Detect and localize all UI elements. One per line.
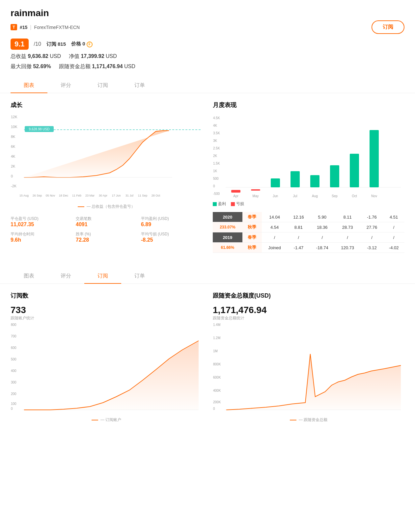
tag-badge: T <box>11 24 17 30</box>
svg-rect-37 <box>271 178 280 187</box>
svg-text:500: 500 <box>11 358 16 361</box>
svg-text:1.4M: 1.4M <box>213 323 220 327</box>
stat-closed-pnl: 平仓盈亏 (USD) 11,027.35 <box>11 216 72 227</box>
svg-text:200K: 200K <box>213 400 221 404</box>
svg-text:21 Jul: 21 Jul <box>275 412 283 413</box>
funds-section: 跟随资金总额度(USD) 1,171,476.94 跟随资金总额统计 1.4M … <box>213 292 404 423</box>
svg-rect-41 <box>350 154 359 187</box>
stat-win-rate: 胜率 (%) 72.28 <box>76 231 137 243</box>
stat-avg-hold-time: 平均持仓时间 9.6h <box>11 231 72 243</box>
tab-subscribe-1[interactable]: 订阅 <box>84 78 121 93</box>
svg-text:18 Dec: 18 Dec <box>59 194 69 197</box>
content-area-1: 成长 12K 10K 8K 6K 4K 2K 0 -2K 9,628.98 U <box>0 93 415 261</box>
subscriber-count-label: 跟随账户统计 <box>11 315 202 321</box>
growth-title: 成长 <box>11 101 202 109</box>
follow-funds-stat: 跟随资金总额 1,171,476.94 USD <box>59 63 135 70</box>
svg-text:300: 300 <box>11 381 16 384</box>
svg-text:18 May: 18 May <box>222 412 231 413</box>
svg-text:100: 100 <box>11 402 16 406</box>
growth-chart-container: 12K 10K 8K 6K 4K 2K 0 -2K 9,628.98 USD <box>11 114 202 209</box>
svg-text:May: May <box>253 194 259 198</box>
charts-row: 成长 12K 10K 8K 6K 4K 2K 0 -2K 9,628.98 U <box>11 101 404 253</box>
net-value-stat: 净值 17,399.92 USD <box>69 53 117 60</box>
account-info: T #15 | ForexTimeFXTM-ECN 订阅 <box>11 20 404 34</box>
svg-text:10 Nov: 10 Nov <box>370 412 378 413</box>
subscribe-charts-row: 订阅数 733 跟随账户统计 800 700 600 500 400 300 2… <box>11 292 404 423</box>
svg-text:400K: 400K <box>213 389 221 392</box>
svg-text:11 Sep: 11 Sep <box>138 194 148 197</box>
svg-text:0: 0 <box>11 174 13 178</box>
tab2-chart[interactable]: 图表 <box>11 269 47 283</box>
tab-chart-1[interactable]: 图表 <box>11 78 47 93</box>
svg-text:Apr: Apr <box>233 194 238 198</box>
svg-text:Oct: Oct <box>352 194 357 198</box>
svg-text:4K: 4K <box>213 124 217 127</box>
tab2-subscribe[interactable]: 订阅 <box>84 269 121 283</box>
content-area-2: 订阅数 733 跟随账户统计 800 700 600 500 400 300 2… <box>0 284 415 431</box>
svg-rect-36 <box>251 189 260 191</box>
svg-text:25 Oct: 25 Oct <box>351 412 359 413</box>
tab2-orders[interactable]: 订单 <box>121 269 158 283</box>
account-number: #15 <box>20 25 27 30</box>
svg-text:09 Oct: 09 Oct <box>139 412 147 413</box>
svg-text:23 Sep: 23 Sep <box>125 412 134 413</box>
subscribe-button[interactable]: 订阅 <box>372 20 404 34</box>
tab-orders-1[interactable]: 订单 <box>121 78 158 93</box>
svg-rect-35 <box>231 190 240 193</box>
svg-text:1M: 1M <box>213 349 218 353</box>
growth-chart-svg: 12K 10K 8K 6K 4K 2K 0 -2K 9,628.98 USD <box>11 114 202 200</box>
price-stat: 价格 0 ₣ <box>71 41 93 47</box>
score-badge: 9.1 <box>11 39 29 50</box>
svg-text:30 Apr: 30 Apr <box>99 194 107 197</box>
funds-title: 跟随资金总额度(USD) <box>213 292 404 300</box>
funds-count-label: 跟随资金总额统计 <box>213 315 404 321</box>
svg-rect-42 <box>370 130 379 187</box>
brand-name: rainmain <box>11 8 404 18</box>
svg-text:06 Aug: 06 Aug <box>288 412 296 413</box>
monthly-legend: 盈利 亏损 <box>213 201 404 207</box>
funds-count: 1,171,476.94 <box>213 305 404 315</box>
svg-text:6K: 6K <box>11 145 15 148</box>
coin-icon: ₣ <box>87 41 93 47</box>
monthly-chart-svg: 4.5K 4K 3.5K 3K 2.5K 2K 1.5K 1K 500 0 -5… <box>213 114 404 200</box>
svg-text:23 Sep: 23 Sep <box>324 412 333 413</box>
svg-text:17 Jun: 17 Jun <box>112 194 121 197</box>
svg-text:9,628.98 USD: 9,628.98 USD <box>29 127 50 131</box>
monthly-title: 月度表现 <box>213 101 404 109</box>
svg-text:25 Oct: 25 Oct <box>152 412 160 413</box>
svg-text:26 Sep: 26 Sep <box>33 194 42 197</box>
svg-text:-2K: -2K <box>11 184 17 188</box>
subscribers-title: 订阅数 <box>11 292 202 300</box>
svg-text:05 Jul: 05 Jul <box>60 412 67 413</box>
svg-text:0: 0 <box>213 407 215 411</box>
svg-text:500: 500 <box>213 177 219 180</box>
total-profit-stat: 总收益 9,636.82 USD <box>11 53 61 60</box>
stat-avg-loss: 平均亏损 (USD) -8.25 <box>141 231 202 243</box>
svg-text:19 Jun: 19 Jun <box>46 412 54 413</box>
svg-rect-40 <box>330 165 339 187</box>
svg-text:12K: 12K <box>11 115 17 119</box>
main-stats-row: 总收益 9,636.82 USD 净值 17,399.92 USD <box>11 53 404 60</box>
svg-text:31 Jul: 31 Jul <box>125 194 133 197</box>
svg-text:23 Mar: 23 Mar <box>85 194 95 197</box>
funds-legend: — 跟随资金总额 <box>213 417 404 423</box>
svg-text:05 Nov: 05 Nov <box>46 194 55 197</box>
svg-text:1.5K: 1.5K <box>213 162 220 165</box>
svg-text:03 Jun: 03 Jun <box>235 412 243 413</box>
monthly-table: 2020 春季 14.04 12.16 5.90 8.11 -1.76 4.51… <box>213 212 404 253</box>
svg-text:3K: 3K <box>213 139 217 143</box>
svg-text:2.5K: 2.5K <box>213 146 220 150</box>
tab2-rating[interactable]: 评分 <box>47 269 84 283</box>
svg-text:09 Oct: 09 Oct <box>338 412 346 413</box>
stat-avg-profit: 平均盈利 (USD) 6.89 <box>141 216 202 227</box>
svg-text:400: 400 <box>11 369 16 373</box>
svg-text:Sep: Sep <box>332 194 338 198</box>
svg-text:600: 600 <box>11 346 16 350</box>
svg-text:11 Feb: 11 Feb <box>72 194 81 197</box>
svg-text:07 Sep: 07 Sep <box>112 412 121 413</box>
svg-text:15 Aug: 15 Aug <box>19 194 29 197</box>
tab-rating-1[interactable]: 评分 <box>47 78 84 93</box>
subscribers-stat: 订阅 815 <box>46 41 66 47</box>
subscriber-count: 733 <box>11 305 202 315</box>
svg-text:4.5K: 4.5K <box>213 116 220 120</box>
